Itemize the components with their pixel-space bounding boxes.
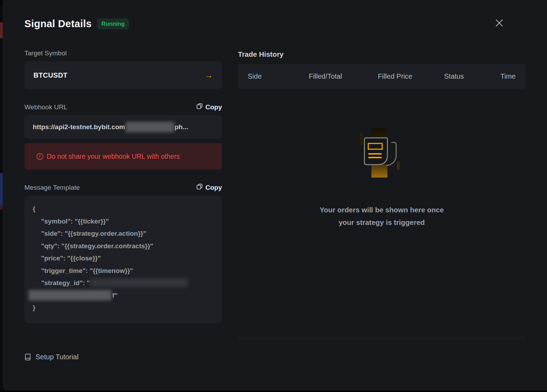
signal-config-column: Target Symbol BTCUSDT → Webhook URL Copy… (24, 49, 222, 361)
code-line: "trigger_time": "{{timenow}}" (33, 265, 214, 277)
target-symbol-value: BTCUSDT (33, 71, 68, 79)
empty-state-line1: Your orders will be shown here once (319, 204, 444, 216)
column-header-filled-price: Filled Price (360, 72, 430, 80)
close-button[interactable] (493, 17, 505, 29)
redacted-text (125, 122, 174, 132)
message-template-label: Message Template (24, 184, 80, 191)
book-icon (24, 353, 32, 361)
column-header-side: Side (248, 72, 291, 80)
code-line: f" (29, 289, 214, 302)
setup-tutorial-label: Setup Tutorial (36, 353, 78, 361)
trade-history-header-row: SideFilled/TotalFilled PriceStatusTime (238, 64, 525, 89)
background-fragment-darkred (0, 205, 3, 210)
target-symbol-field[interactable]: BTCUSDT → (24, 61, 222, 89)
copy-label: Copy (206, 184, 222, 191)
trade-history-empty-state: Your orders will be shown here once your… (238, 89, 525, 229)
setup-tutorial-link[interactable]: Setup Tutorial (24, 353, 78, 361)
code-line: "qty": "{{strategy.order.contracts}}" (33, 240, 214, 252)
copy-label: Copy (206, 103, 222, 111)
code-line: "strategy_id": " (33, 277, 214, 289)
column-header-status: Status (430, 72, 478, 80)
webhook-url-label: Webhook URL (24, 103, 67, 111)
empty-orders-illustration (347, 124, 417, 184)
background-fragment-red (0, 22, 3, 38)
background-bottom-gap (0, 391, 547, 392)
code-line: "symbol": "{{ticker}}" (33, 215, 214, 228)
code-line: "price": "{{close}}" (33, 252, 214, 265)
background-fragment-blue (0, 173, 3, 205)
webhook-url-suffix: ph... (175, 123, 188, 131)
copy-icon (197, 183, 203, 191)
redacted-text (90, 278, 188, 287)
copy-template-button[interactable]: Copy (197, 183, 222, 191)
page-title: Signal Details (24, 18, 92, 30)
target-symbol-label: Target Symbol (24, 49, 222, 57)
trade-history-column: Trade History SideFilled/TotalFilled Pri… (238, 49, 525, 361)
background-page-sliver (0, 0, 3, 392)
empty-state-line2: your strategy is triggered (319, 216, 444, 229)
column-header-filled-total: Filled/Total (291, 72, 360, 80)
warning-text: Do not share your webhook URL with other… (47, 152, 180, 160)
copy-icon (197, 103, 203, 111)
copy-webhook-url-button[interactable]: Copy (197, 103, 222, 111)
modal-header: Signal Details Running (24, 16, 525, 31)
arrow-right-icon: → (205, 71, 213, 79)
column-header-time: Time (478, 72, 516, 80)
message-template-code: {"symbol": "{{ticker}}""side": "{{strate… (24, 196, 222, 323)
screen: Signal Details Running Target Symbol BTC… (0, 0, 547, 392)
close-icon (494, 18, 504, 29)
webhook-warning-banner: Do not share your webhook URL with other… (24, 143, 222, 170)
code-line: { (33, 203, 214, 215)
code-line: "side": "{{strategy.order.action}}" (33, 227, 214, 240)
status-badge: Running (97, 18, 129, 29)
modal-body: Target Symbol BTCUSDT → Webhook URL Copy… (24, 49, 525, 361)
trade-history-title: Trade History (238, 50, 525, 58)
signal-details-modal: Signal Details Running Target Symbol BTC… (3, 0, 547, 391)
redacted-text (29, 290, 111, 300)
table-footer-strip (238, 336, 525, 340)
webhook-url-field: https://api2-testnet.bybit.comph... (24, 115, 222, 139)
warning-icon (36, 153, 44, 160)
background-fragment (0, 0, 3, 6)
webhook-url-prefix: https://api2-testnet.bybit.com (33, 123, 125, 131)
empty-state-text: Your orders will be shown here once your… (319, 204, 444, 229)
code-line: } (33, 301, 214, 314)
